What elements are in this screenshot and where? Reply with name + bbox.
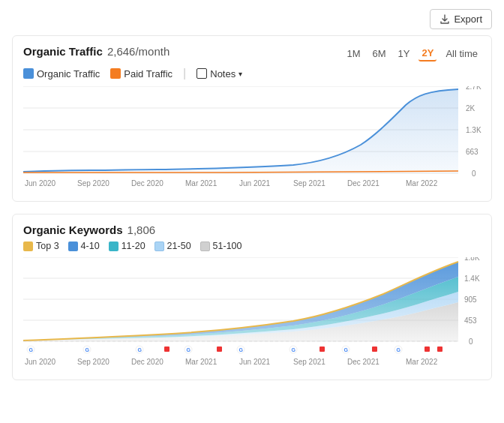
kw-21-50-checkbox[interactable] <box>154 242 164 251</box>
legend-divider: | <box>183 67 186 80</box>
time-filter-all[interactable]: All time <box>442 46 481 61</box>
svg-text:Mar 2022: Mar 2022 <box>406 179 438 188</box>
kw-legend-51-100[interactable]: 51-100 <box>200 241 242 251</box>
paid-traffic-checkbox[interactable] <box>110 68 121 79</box>
export-icon <box>440 14 450 25</box>
export-button[interactable]: Export <box>430 9 492 29</box>
organic-keywords-chart: 1.8K 1.4K 905 453 0 <box>23 257 481 374</box>
svg-text:Mar 2021: Mar 2021 <box>185 179 218 188</box>
organic-traffic-legend-item[interactable]: Organic Traffic <box>23 68 100 80</box>
kw-legend-top3[interactable]: Top 3 <box>23 241 59 251</box>
kw-11-20-checkbox[interactable] <box>109 242 118 251</box>
keywords-legend: Top 3 4-10 11-20 21-50 51-100 <box>23 241 481 251</box>
kw-4-10-checkbox[interactable] <box>68 242 78 251</box>
svg-rect-44 <box>164 346 170 352</box>
svg-text:Mar 2021: Mar 2021 <box>185 358 218 366</box>
organic-traffic-value: 2,646/month <box>107 45 170 58</box>
svg-text:G: G <box>138 347 142 352</box>
kw-4-10-label: 4-10 <box>81 241 100 251</box>
svg-text:Jun 2020: Jun 2020 <box>25 358 56 366</box>
svg-text:G: G <box>344 347 349 352</box>
svg-text:G: G <box>187 347 191 352</box>
svg-text:663: 663 <box>466 148 478 156</box>
organic-traffic-chart: 2.7K 2K 1.3K 663 0 <box>23 86 481 195</box>
svg-text:1.4K: 1.4K <box>464 274 480 283</box>
svg-text:453: 453 <box>464 316 477 325</box>
time-filter-1m[interactable]: 1M <box>344 46 363 61</box>
svg-text:Sep 2020: Sep 2020 <box>77 358 110 366</box>
kw-51-100-label: 51-100 <box>213 241 242 251</box>
time-filter-6m[interactable]: 6M <box>370 46 389 61</box>
notes-label: Notes <box>210 68 236 80</box>
svg-text:G: G <box>29 347 34 352</box>
paid-traffic-legend-item[interactable]: Paid Traffic <box>110 68 172 80</box>
svg-rect-49 <box>437 346 442 352</box>
time-filter-2y[interactable]: 2Y <box>418 46 436 62</box>
svg-text:Dec 2020: Dec 2020 <box>131 358 164 366</box>
organic-keywords-section: Organic Keywords 1,806 Top 3 4-10 11-20 … <box>12 214 492 380</box>
svg-text:905: 905 <box>464 296 477 304</box>
paid-traffic-legend-label: Paid Traffic <box>124 68 172 80</box>
svg-text:1.8K: 1.8K <box>464 257 480 262</box>
svg-text:0: 0 <box>472 170 476 178</box>
svg-text:G: G <box>86 347 90 352</box>
svg-text:Dec 2021: Dec 2021 <box>347 358 380 366</box>
organic-traffic-checkbox[interactable] <box>23 68 34 79</box>
svg-text:Jun 2021: Jun 2021 <box>239 358 271 366</box>
organic-traffic-title: Organic Traffic <box>23 45 103 58</box>
kw-legend-11-20[interactable]: 11-20 <box>109 241 146 251</box>
notes-chevron-icon: ▾ <box>238 70 242 78</box>
kw-legend-4-10[interactable]: 4-10 <box>68 241 100 251</box>
svg-text:1.3K: 1.3K <box>466 126 482 134</box>
top3-label: Top 3 <box>36 241 59 251</box>
svg-text:0: 0 <box>469 338 473 346</box>
svg-text:G: G <box>397 347 401 352</box>
kw-21-50-label: 21-50 <box>167 241 191 251</box>
organic-traffic-section: Organic Traffic 2,646/month 1M 6M 1Y 2Y … <box>12 35 492 202</box>
svg-text:G: G <box>292 347 296 352</box>
organic-keywords-value: 1,806 <box>128 224 156 236</box>
svg-text:Sep 2021: Sep 2021 <box>293 179 326 188</box>
svg-text:Jun 2021: Jun 2021 <box>239 179 271 188</box>
svg-text:Sep 2021: Sep 2021 <box>293 358 326 366</box>
notes-icon <box>196 68 207 79</box>
notes-button[interactable]: Notes ▾ <box>196 68 242 80</box>
kw-11-20-label: 11-20 <box>122 241 146 251</box>
top3-checkbox[interactable] <box>23 242 33 251</box>
kw-51-100-checkbox[interactable] <box>200 242 210 251</box>
svg-rect-45 <box>217 346 222 352</box>
svg-rect-46 <box>320 346 325 352</box>
svg-text:2.7K: 2.7K <box>466 86 482 91</box>
time-filter-1y[interactable]: 1Y <box>395 46 413 61</box>
svg-text:2K: 2K <box>466 104 476 112</box>
export-label: Export <box>454 14 482 25</box>
organic-traffic-legend-label: Organic Traffic <box>37 68 100 80</box>
svg-text:Dec 2021: Dec 2021 <box>347 179 380 188</box>
organic-keywords-title: Organic Keywords <box>23 224 123 236</box>
svg-text:Mar 2022: Mar 2022 <box>406 358 438 366</box>
svg-text:G: G <box>239 347 244 352</box>
kw-legend-21-50[interactable]: 21-50 <box>154 241 191 251</box>
time-filter-group: 1M 6M 1Y 2Y All time <box>344 46 481 62</box>
svg-rect-47 <box>372 346 377 352</box>
svg-rect-48 <box>424 346 430 352</box>
organic-traffic-legend: Organic Traffic Paid Traffic | Notes ▾ <box>23 67 481 80</box>
svg-text:Dec 2020: Dec 2020 <box>131 179 164 188</box>
svg-text:Jun 2020: Jun 2020 <box>25 179 56 188</box>
svg-text:Sep 2020: Sep 2020 <box>77 179 110 188</box>
